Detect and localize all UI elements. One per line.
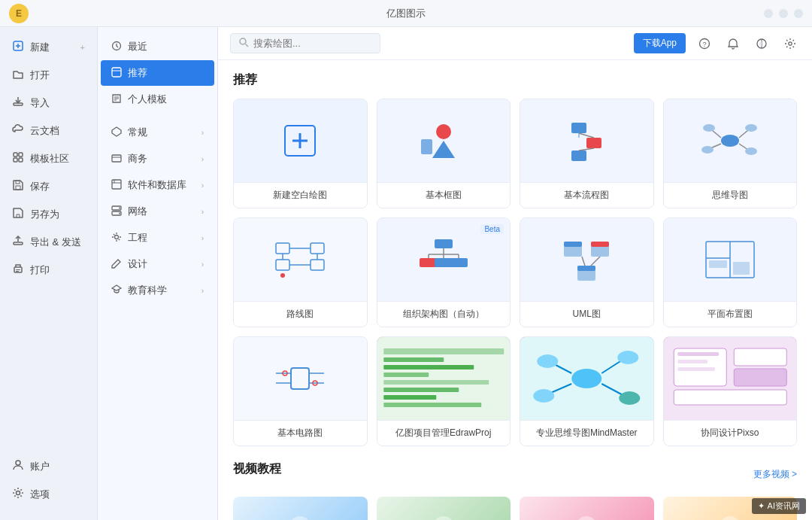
mid-general-label: 常规 bbox=[128, 126, 147, 139]
svg-rect-107 bbox=[383, 395, 436, 400]
general-icon bbox=[111, 126, 122, 139]
svg-rect-125 bbox=[677, 360, 707, 363]
svg-rect-92 bbox=[709, 260, 727, 268]
svg-point-55 bbox=[703, 124, 715, 132]
svg-rect-49 bbox=[571, 151, 586, 161]
sidebar-import-label: 导入 bbox=[30, 96, 50, 110]
template-card-mindmaster[interactable]: 产品推荐 bbox=[520, 336, 654, 446]
template-card-label: 思维导图 bbox=[664, 182, 797, 208]
svg-line-87 bbox=[591, 257, 600, 266]
mid-item-recommend[interactable]: 推荐 bbox=[101, 60, 214, 86]
mid-personal-label: 个人模板 bbox=[128, 93, 167, 106]
sidebar-item-saveas[interactable]: 另存为 bbox=[0, 200, 97, 228]
svg-rect-46 bbox=[421, 139, 432, 154]
svg-rect-47 bbox=[571, 123, 586, 133]
watermark-text: AI资讯网 bbox=[768, 500, 800, 512]
minimize-button[interactable]: — bbox=[764, 9, 773, 18]
mid-item-recent[interactable]: 最近 bbox=[101, 34, 214, 59]
app-title: 亿图图示 bbox=[386, 7, 426, 20]
template-card-basic-frame[interactable]: 基本框图 bbox=[377, 99, 511, 208]
mid-item-software[interactable]: 软件和数据库 › bbox=[101, 172, 214, 198]
template-card-uml[interactable]: UML图 bbox=[520, 217, 654, 327]
mid-software-label: 软件和数据库 bbox=[128, 178, 186, 192]
template-card-layout[interactable]: 平面布置图 bbox=[663, 217, 798, 327]
sidebar-item-cloud[interactable]: 云文档 bbox=[0, 117, 97, 144]
edrawproj-preview bbox=[377, 337, 511, 420]
template-card-mindmap[interactable]: 思维导图 bbox=[663, 99, 798, 208]
sidebar-item-save[interactable]: 保存 bbox=[0, 172, 97, 200]
svg-rect-91 bbox=[733, 262, 750, 275]
svg-rect-64 bbox=[311, 243, 324, 254]
template-card-circuit[interactable]: 基本电路图 bbox=[233, 336, 368, 446]
template-card-org[interactable]: Beta 组织 bbox=[377, 217, 511, 327]
template-card-basic-flow[interactable]: 基本流程图 bbox=[520, 99, 654, 208]
beta-badge: Beta bbox=[480, 224, 504, 234]
save-icon bbox=[12, 179, 24, 193]
template-card-route[interactable]: 路线图 bbox=[233, 217, 368, 327]
settings-button[interactable] bbox=[780, 34, 800, 53]
sidebar-item-open[interactable]: 打开 bbox=[0, 61, 97, 89]
main-layout: 新建 + 打开 导入 云文档 bbox=[0, 27, 812, 520]
sidebar-item-account[interactable]: 账户 bbox=[0, 452, 97, 480]
download-app-button[interactable]: 下载App bbox=[634, 33, 686, 53]
mid-item-network[interactable]: 网络 › bbox=[101, 199, 214, 224]
svg-rect-108 bbox=[383, 403, 481, 407]
template-card-label: 基本框图 bbox=[377, 182, 511, 208]
video-card-1[interactable] bbox=[233, 497, 368, 520]
sidebar-item-template[interactable]: 模板社区 bbox=[0, 144, 97, 172]
user-avatar[interactable]: E bbox=[9, 4, 29, 23]
watermark-icon: ✦ bbox=[758, 501, 765, 511]
software-icon bbox=[111, 179, 122, 192]
svg-point-114 bbox=[533, 389, 554, 403]
video-card-2[interactable] bbox=[377, 497, 511, 520]
svg-point-112 bbox=[537, 354, 558, 368]
svg-rect-121 bbox=[734, 348, 786, 366]
sidebar-print-label: 打印 bbox=[30, 263, 50, 277]
close-button[interactable]: ✕ bbox=[794, 9, 803, 18]
flow-icon bbox=[556, 117, 617, 166]
notification-button[interactable] bbox=[723, 34, 743, 53]
svg-rect-15 bbox=[16, 271, 19, 272]
export-icon bbox=[12, 235, 24, 249]
mid-item-engineering[interactable]: 工程 › bbox=[101, 225, 214, 251]
help-button[interactable]: ? bbox=[695, 34, 714, 53]
sidebar-item-print[interactable]: 打印 bbox=[0, 256, 97, 284]
left-sidebar-bottom: 账户 选项 bbox=[0, 452, 97, 514]
search-icon bbox=[238, 37, 249, 50]
sidebar-item-options[interactable]: 选项 bbox=[0, 480, 97, 508]
circuit-icon bbox=[270, 354, 330, 403]
svg-rect-11 bbox=[14, 242, 23, 245]
mid-item-design[interactable]: 设计 › bbox=[101, 251, 214, 277]
skin-button[interactable] bbox=[752, 34, 771, 53]
template-card-pixso[interactable]: 产品推荐 协同设计Pixso bbox=[663, 336, 798, 446]
mid-recommend-label: 推荐 bbox=[128, 66, 147, 80]
svg-rect-81 bbox=[564, 242, 582, 247]
template-card-edrawproj[interactable]: 产品推荐 亿图 bbox=[377, 336, 511, 446]
video-card-3[interactable] bbox=[520, 497, 654, 520]
mid-item-general[interactable]: 常规 › bbox=[101, 120, 214, 145]
sidebar-open-label: 打开 bbox=[30, 68, 50, 82]
mid-item-personal[interactable]: 个人模板 bbox=[101, 87, 214, 112]
template-card-label: 平面布置图 bbox=[664, 301, 797, 327]
business-icon bbox=[111, 153, 122, 166]
route-icon bbox=[270, 236, 330, 284]
more-videos-link[interactable]: 更多视频 > bbox=[753, 468, 797, 481]
template-card-label: 基本流程图 bbox=[520, 182, 653, 208]
sidebar-item-new[interactable]: 新建 + bbox=[0, 33, 97, 61]
cloud-icon bbox=[12, 123, 24, 138]
search-box[interactable] bbox=[230, 33, 380, 53]
template-card-label: 专业思维导图MindMaster bbox=[520, 420, 653, 445]
mid-engineering-label: 工程 bbox=[128, 231, 147, 245]
mid-item-education[interactable]: 教育科学 › bbox=[101, 278, 214, 303]
maximize-button[interactable]: □ bbox=[779, 9, 788, 18]
sidebar-item-import[interactable]: 导入 bbox=[0, 89, 97, 117]
svg-rect-122 bbox=[734, 369, 786, 386]
search-input[interactable] bbox=[253, 38, 366, 49]
mid-item-business[interactable]: 商务 › bbox=[101, 146, 214, 172]
svg-rect-103 bbox=[383, 365, 474, 369]
template-card-new-blank[interactable]: 新建空白绘图 bbox=[233, 99, 368, 208]
design-icon bbox=[111, 258, 122, 271]
open-icon bbox=[12, 68, 24, 82]
recommend-section-title: 推荐 bbox=[233, 72, 797, 88]
sidebar-item-export[interactable]: 导出 & 发送 bbox=[0, 228, 97, 256]
